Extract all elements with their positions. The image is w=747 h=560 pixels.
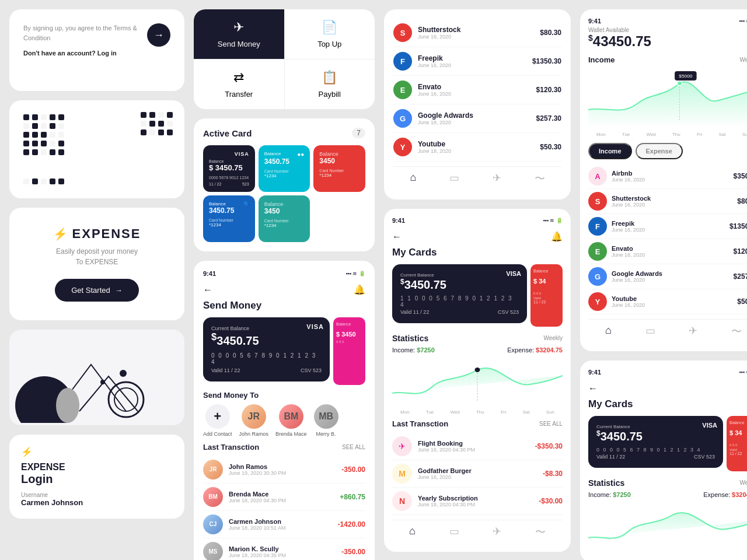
envato-logo: E <box>393 80 412 99</box>
contact-merry[interactable]: MB Merry B. <box>314 404 338 437</box>
my-cards-2-time: 9:41 <box>588 369 601 376</box>
chart-nav-2[interactable]: 〜 <box>535 525 546 539</box>
expense-brand-card: ⚡ EXPENSE Easily deposit your money To E… <box>9 208 184 320</box>
login-logo-icon: ⚡ <box>21 446 33 457</box>
transfer-action[interactable]: ⇄ Transfer <box>194 60 284 109</box>
wallet-time: 9:41 <box>588 18 601 24</box>
svg-point-7 <box>475 368 480 372</box>
send-nav-2[interactable]: ✈ <box>493 525 501 539</box>
trans-amount: -350.00 <box>341 466 365 474</box>
send-money-action[interactable]: ✈ Send Money <box>194 9 284 59</box>
contact-brenda[interactable]: BM Brenda Mace <box>275 404 307 437</box>
last-trans-title: Last Transction <box>203 443 259 452</box>
phone-status-bar-2: 9:41 ▪▪▪ ≋ 🔋 <box>392 217 563 224</box>
my-cards-2-title: My Cards <box>588 398 747 410</box>
stats-values: Income: $7250 Expense: $3204.75 <box>392 346 563 354</box>
phone-time-2: 9:41 <box>392 217 405 224</box>
list-item: F Freepik June 16, 2020 $1350.30 <box>588 214 747 239</box>
google-logo: G <box>393 109 412 128</box>
cards-nav-2[interactable]: ▭ <box>449 525 459 539</box>
phone-time: 9:41 <box>203 270 216 277</box>
home-nav-icon[interactable]: ⌂ <box>410 172 416 186</box>
my-card-main-2[interactable]: VISA Current Balance $3450.75 0 0 0 0 5 … <box>588 416 723 468</box>
trans-avatar-carmen: CJ <box>203 514 223 534</box>
username-value[interactable]: Carmen Johnson <box>21 498 173 507</box>
google-logo-2: G <box>588 267 607 286</box>
actions-card: ✈ Send Money 📄 Top Up ⇄ Transfer 📋 Paybi… <box>194 9 375 109</box>
add-contact-avatar: + <box>205 404 230 429</box>
statistics-section: Statistics Weekly Income: $7250 Expense:… <box>392 334 563 415</box>
income-value-2: Income: $7250 <box>588 491 631 498</box>
contact-john[interactable]: JR John Ramos <box>239 404 269 437</box>
card-balance: $3450.75 <box>211 331 322 348</box>
my-cards-2-nav: ← 🔔 <box>588 378 747 398</box>
send-to-section: Send Money To + Add Contact JR John Ramo… <box>203 391 365 437</box>
active-cards-header: Active Card 7 <box>203 128 365 138</box>
weekly-dropdown[interactable]: Weekly <box>739 57 747 63</box>
mountain-art-card <box>9 330 184 425</box>
expense-tagline: Easily deposit your money To EXPENSE <box>56 246 138 267</box>
my-cards-2-back[interactable]: ← <box>588 383 598 394</box>
phone-signal-2: ▪▪▪ ≋ 🔋 <box>543 218 563 223</box>
chart-nav-icon[interactable]: 〜 <box>535 172 545 186</box>
notification-bell-2[interactable]: 🔔 <box>551 231 563 242</box>
back-button-2[interactable]: ← <box>392 232 402 242</box>
list-item: F Freepik June 16, 2020 $1350.30 <box>393 47 561 76</box>
next-button[interactable]: → <box>147 23 170 47</box>
list-item: S Shutterstock June 16, 2020 $80.30 <box>588 189 747 214</box>
wallet-chart-nav[interactable]: 〜 <box>731 324 742 338</box>
expense-tab[interactable]: Expense <box>636 143 683 159</box>
stats-title-2: Statistics <box>588 478 624 488</box>
airbnb-logo: A <box>588 167 607 186</box>
brenda-name: Brenda Mace <box>275 431 307 437</box>
notification-bell[interactable]: 🔔 <box>354 284 365 295</box>
brands-transactions-card: S Shutterstock June 16, 2020 $80.30 F Fr… <box>384 9 571 200</box>
svg-text:$5000: $5000 <box>679 74 693 79</box>
card-teal[interactable]: Balance 3450 Card Number *1234 <box>259 195 310 242</box>
paybill-action[interactable]: 📋 Paybill <box>285 60 375 109</box>
cards-nav-icon[interactable]: ▭ <box>449 172 459 186</box>
wallet-home-nav[interactable]: ⌂ <box>605 324 612 338</box>
my-cards-phone: 9:41 ▪▪▪ ≋ 🔋 ← 🔔 My Cards VISA Current B… <box>384 209 571 552</box>
income-tab[interactable]: Income <box>588 143 632 159</box>
expense-logo: ⚡ EXPENSE <box>53 226 141 242</box>
stats-header: Statistics Weekly <box>392 334 563 343</box>
my-card-main[interactable]: VISA Current Balance $3450.75 1 1 0 0 0 … <box>392 264 527 323</box>
wallet-status-bar: 9:41 ▪▪▪ ≋ 🔋 <box>588 18 747 24</box>
send-nav-icon[interactable]: ✈ <box>493 172 501 186</box>
trans-avatar-merry: MS <box>203 542 223 560</box>
income-chart-section: Income Weekly <box>588 55 747 137</box>
card-cyan[interactable]: Balance●● 3450.75 Card Number *1234 <box>259 145 310 192</box>
cards-count-badge: 7 <box>352 128 365 138</box>
arrow-right-icon: → <box>115 286 123 295</box>
add-contact[interactable]: + Add Contact <box>203 404 232 437</box>
wallet-send-nav[interactable]: ✈ <box>689 324 697 338</box>
last-trans-header: Last Transction SEE ALL <box>392 419 563 428</box>
stats-values-2: Income: $7250 Expense: $3204.75 <box>588 491 747 498</box>
login-link[interactable]: Log in <box>97 50 117 57</box>
top-up-action[interactable]: 📄 Top Up <box>285 9 375 59</box>
weekly-toggle-2[interactable]: Weekly <box>739 480 747 486</box>
list-item: E Envato June 16, 2020 $120.30 <box>588 239 747 264</box>
main-card[interactable]: VISA Current Balance $3450.75 0 0 0 0 5 … <box>203 317 330 382</box>
get-started-button[interactable]: Get Started → <box>55 279 138 302</box>
weekly-toggle[interactable]: Weekly <box>543 335 563 341</box>
see-all-2[interactable]: SEE ALL <box>539 421 563 427</box>
netflix-icon: N <box>392 491 412 511</box>
active-cards-title: Active Card <box>203 128 252 138</box>
see-all-button[interactable]: SEE ALL <box>342 444 365 450</box>
wallet-cards-nav[interactable]: ▭ <box>645 324 655 338</box>
back-button[interactable]: ← <box>203 285 212 295</box>
table-row: JR John Ramos June 19, 2020 30:30 PM -35… <box>203 456 365 484</box>
cards-grid: VISA Balance $ 3450.75 0000 5678 9012 12… <box>203 145 365 242</box>
wallet-balance: $43450.75 <box>588 33 747 50</box>
card-dark[interactable]: VISA Balance $ 3450.75 0000 5678 9012 12… <box>203 145 255 192</box>
burger-icon: M <box>392 464 412 484</box>
john-name: John Ramos <box>239 431 269 437</box>
home-nav-2[interactable]: ⌂ <box>409 525 416 539</box>
column-4: 9:41 ▪▪▪ ≋ 🔋 Wallet Available $43450.75 … <box>580 9 747 560</box>
card-red[interactable]: Balance 3450 Card Number *1234 <box>313 145 365 192</box>
login-prompt: Don't have an account? Log in <box>23 50 170 57</box>
freepik-logo-2: F <box>588 217 607 236</box>
card-blue[interactable]: Balance🔵 3450.75 Card Number *1234 <box>203 195 255 242</box>
